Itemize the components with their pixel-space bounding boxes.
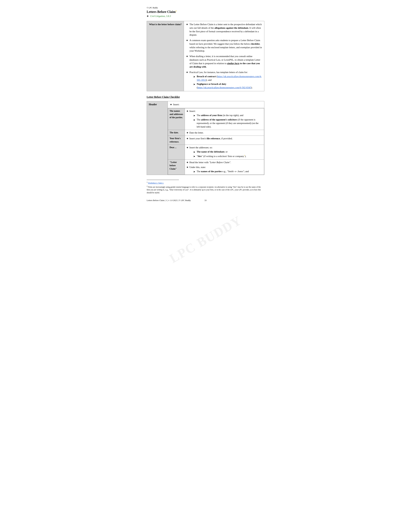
sub-names-1: ➤ The address of your firm (in the top r… [193, 114, 262, 117]
inner-row-lbc: "Letter before Claim" ❖ Head the letter … [168, 160, 264, 175]
footer-center: 33 [205, 199, 207, 202]
inner-row-names: The names and addresses of the parties. … [168, 108, 264, 130]
inner-row-ref: Your firm's reference. ❖ Insert your fir… [168, 136, 264, 145]
inner-label-date: The date. [168, 130, 185, 136]
inner-content-lbc: ❖ Head the letter with "Letter Before Cl… [185, 160, 264, 175]
footnote-1-link[interactable]: Workshop 2, Task 2. [148, 182, 164, 184]
bullet-diamond-3: ❖ [186, 55, 188, 58]
checklist-insert-cell: ❖ Insert: [168, 101, 264, 108]
bullet-1: ❖ The Letter Before Claim is a letter se… [186, 23, 262, 37]
diamond-icon: ❖ [147, 15, 149, 18]
copyright: © LPC Buddy [147, 6, 264, 9]
negligence-link[interactable]: https://uk.practicallaw.thomsonreuters.c… [197, 86, 251, 89]
what-is-table: What is the letter before claim? ❖ The L… [147, 21, 264, 91]
arrow-lbc-1: ➤ [193, 170, 195, 174]
checklist-title: Letter Before Claim Checklist [147, 95, 264, 99]
inner-content-names: ❖ Insert: ➤ The address of your firm (in… [185, 108, 264, 130]
diamond-names: ❖ [187, 110, 188, 113]
diamond-ref: ❖ [187, 137, 188, 140]
arrow-icon-2: ➤ [193, 83, 195, 86]
footnote-1: 1 Workshop 2, Task 2. [147, 181, 264, 184]
arrow-icon-1: ➤ [193, 75, 195, 79]
checklist-header-label: Header [147, 101, 168, 175]
sub-bullet-1: ➤ Breach of contract (https://uk.practic… [193, 75, 262, 82]
subtitle-link[interactable]: Civil Litigation, 3.8.3 [150, 15, 171, 18]
bullet-4: ❖ Practical Law, for instance, has templ… [186, 71, 262, 89]
sub-names-2: ➤ The address of the opponent's solicito… [193, 118, 262, 128]
inner-label-ref: Your firm's reference. [168, 136, 185, 145]
inner-row-dear: Dear… ❖ Insert the addressee; so: ➤ The … [168, 145, 264, 160]
bullet-diamond-4: ❖ [186, 71, 188, 74]
inner-label-dear: Dear… [168, 145, 185, 160]
inner-content-dear: ❖ Insert the addressee; so: ➤ The name o… [185, 145, 264, 160]
diamond-dear: ❖ [187, 146, 188, 149]
footer: Letters Before Claim | 1 | v 1.0 2023 | … [147, 199, 264, 202]
sub-bullet-2: ➤ Negligence or breach of duty (https://… [193, 82, 262, 89]
footnote-divider [147, 180, 179, 180]
inner-row-date: The date. ❖ Date the letter. [168, 130, 264, 136]
sub-dear-2: ➤ "Sirs" (if writing to a solicitors' fi… [193, 154, 246, 158]
arrow-names-1: ➤ [193, 114, 195, 117]
bullet-diamond-1: ❖ [186, 23, 188, 26]
inner-content-date: ❖ Date the letter. [185, 130, 264, 136]
inner-table: The names and addresses of the parties. … [168, 108, 264, 175]
what-is-row: What is the letter before claim? ❖ The L… [147, 21, 264, 91]
inner-label-lbc: "Letter before Claim" [168, 160, 185, 175]
bullet-3: ❖ When drafting a letter, it is recommen… [186, 55, 262, 69]
subtitle-row: ❖ Civil Litigation, 3.8.3 [147, 15, 264, 18]
diamond-date: ❖ [187, 131, 188, 134]
what-is-content: ❖ The Letter Before Claim is a letter se… [184, 21, 264, 91]
main-title: Letters Before Claim1 [147, 10, 264, 14]
arrow-dear-2: ➤ [193, 155, 195, 158]
bullet-diamond-2: ❖ [186, 39, 188, 42]
watermark: LPC BUDDY [166, 211, 245, 212]
inner-label-names: The names and addresses of the parties. [168, 108, 185, 130]
checklist-table: Header ❖ Insert: The names and addresses… [147, 101, 264, 175]
diamond-lbc-2: ❖ [187, 166, 188, 169]
sub-dear-1: ➤ The name of the defendant; or [193, 150, 246, 154]
header-diamond: ❖ [170, 103, 172, 106]
footer-left: Letters Before Claim | 1 | v 1.0 2023 | … [147, 199, 191, 202]
footnote-2: 2 Firms are increasingly using gender ne… [147, 185, 264, 194]
diamond-lbc-1: ❖ [187, 161, 188, 164]
bullet-2: ❖ A common exam question asks students t… [186, 39, 262, 53]
arrow-names-2: ➤ [193, 118, 195, 122]
inner-content-ref: ❖ Insert your firm's file reference, if … [185, 136, 264, 145]
checklist-header-row: Header ❖ Insert: [147, 101, 264, 108]
sub-lbc-1: ➤ The names of the parties e.g., "Smith … [193, 170, 249, 174]
arrow-dear-1: ➤ [193, 150, 195, 154]
what-is-label: What is the letter before claim? [147, 21, 184, 91]
